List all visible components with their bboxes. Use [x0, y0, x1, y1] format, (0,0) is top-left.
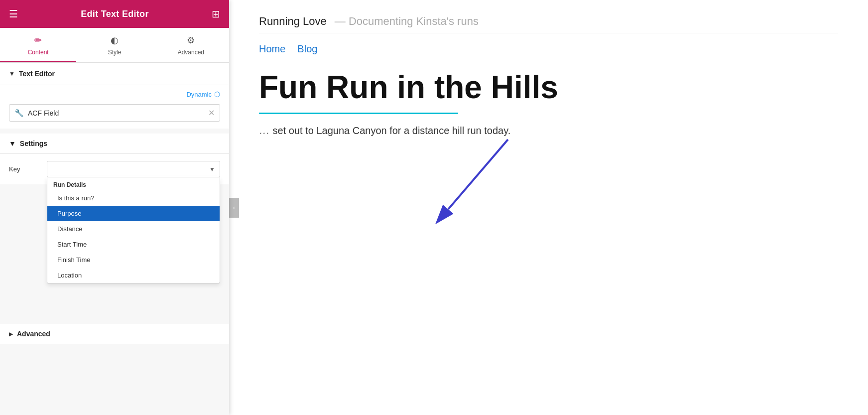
gear-icon: ⚙: [187, 35, 195, 46]
blue-arrow-annotation: [418, 135, 528, 236]
nav-blog[interactable]: Blog: [297, 43, 317, 55]
post-title: Fun Run in the Hills: [259, 70, 838, 105]
dynamic-icon: ⬡: [214, 90, 220, 98]
left-panel: ☰ Edit Text Editor ⊞ ✏ Content ◐ Style ⚙…: [0, 0, 229, 415]
site-nav: Home Blog: [259, 43, 838, 55]
dropdown-item-location[interactable]: Location: [47, 268, 220, 283]
acf-field-row: 🔧 ✕: [0, 101, 229, 129]
acf-field-container: 🔧 ✕: [9, 104, 220, 122]
dropdown-item-finish-time[interactable]: Finish Time: [47, 252, 220, 268]
site-header: Running Love — Documenting Kinsta's runs: [259, 15, 838, 33]
tab-style-label: Style: [108, 49, 122, 56]
tab-advanced[interactable]: ⚙ Advanced: [153, 28, 229, 62]
canvas-area: Running Love — Documenting Kinsta's runs…: [229, 0, 868, 415]
text-editor-label: Text Editor: [19, 70, 55, 78]
advanced-label: Advanced: [17, 330, 50, 338]
settings-header[interactable]: ▼ Settings: [0, 134, 229, 154]
dropdown-item-start-time[interactable]: Start Time: [47, 237, 220, 252]
nav-home[interactable]: Home: [259, 43, 285, 55]
key-select-wrapper: ▼ Run Details Is this a run? Purpose Dis…: [47, 161, 220, 177]
advanced-header[interactable]: ▶ Advanced: [0, 324, 229, 344]
dropdown-group-label: Run Details: [47, 177, 220, 190]
tab-style[interactable]: ◐ Style: [76, 28, 152, 62]
advanced-section: ▶ Advanced: [0, 324, 229, 344]
dynamic-row: Dynamic ⬡: [0, 85, 229, 101]
panel-title: Edit Text Editor: [81, 9, 148, 19]
post-underline: [259, 113, 458, 114]
dynamic-label: Dynamic: [186, 91, 212, 98]
tab-content[interactable]: ✏ Content: [0, 28, 76, 62]
wrench-icon: 🔧: [14, 109, 24, 118]
left-resize-handle[interactable]: ‹: [229, 198, 239, 218]
pencil-icon: ✏: [34, 35, 42, 46]
advanced-expand-arrow: ▶: [9, 331, 13, 337]
settings-collapse-arrow: ▼: [9, 139, 16, 147]
acf-field-input[interactable]: [28, 109, 204, 117]
settings-label: Settings: [20, 139, 47, 147]
tab-content-label: Content: [28, 49, 49, 56]
tab-advanced-label: Advanced: [178, 49, 204, 56]
post-text: … set out to Laguna Canyon for a distanc…: [259, 124, 838, 137]
clear-icon[interactable]: ✕: [208, 108, 215, 118]
text-editor-section-header[interactable]: ▼ Text Editor: [0, 63, 229, 85]
panel-header: ☰ Edit Text Editor ⊞: [0, 0, 229, 28]
site-title: Running Love: [259, 15, 327, 28]
grid-icon[interactable]: ⊞: [212, 8, 220, 20]
key-row: Key ▼ Run Details Is this a run? Purpose…: [0, 154, 229, 184]
dropdown-item-distance[interactable]: Distance: [47, 221, 220, 237]
panel-body: ▼ Text Editor Dynamic ⬡ 🔧 ✕ ▼ Settings: [0, 63, 229, 415]
key-dropdown-menu: Run Details Is this a run? Purpose Dista…: [47, 177, 220, 283]
style-icon: ◐: [111, 35, 119, 46]
dynamic-link[interactable]: Dynamic ⬡: [186, 90, 220, 98]
collapse-arrow: ▼: [9, 70, 15, 77]
panel-tabs: ✏ Content ◐ Style ⚙ Advanced: [0, 28, 229, 63]
settings-section: ▼ Settings Key ▼ Run Details Is this a r…: [0, 134, 229, 184]
site-subtitle: — Documenting Kinsta's runs: [335, 15, 479, 28]
dropdown-item-is-this-a-run[interactable]: Is this a run?: [47, 190, 220, 206]
hamburger-icon[interactable]: ☰: [9, 8, 18, 20]
key-select[interactable]: [47, 161, 220, 177]
dropdown-item-purpose[interactable]: Purpose: [47, 206, 220, 221]
svg-line-1: [448, 139, 508, 209]
right-panel: Running Love — Documenting Kinsta's runs…: [229, 0, 868, 415]
key-label: Key: [9, 165, 39, 173]
post-text-content: set out to Laguna Canyon for a distance …: [273, 125, 511, 136]
